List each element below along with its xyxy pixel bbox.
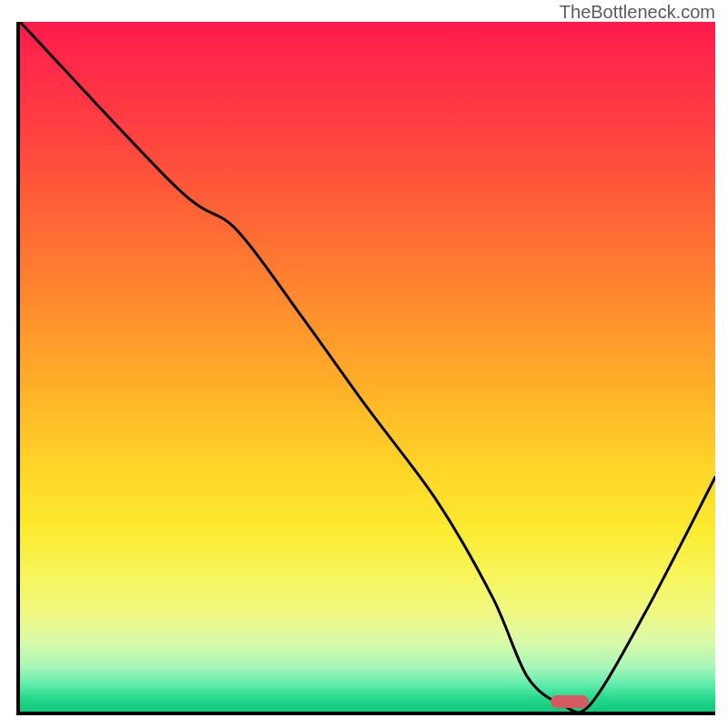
curve-svg (20, 22, 715, 712)
chart-stage: TheBottleneck.com (0, 0, 728, 728)
plot-area (16, 22, 715, 715)
optimum-marker (551, 695, 589, 708)
watermark-text: TheBottleneck.com (560, 2, 715, 23)
curve-path (20, 22, 715, 712)
